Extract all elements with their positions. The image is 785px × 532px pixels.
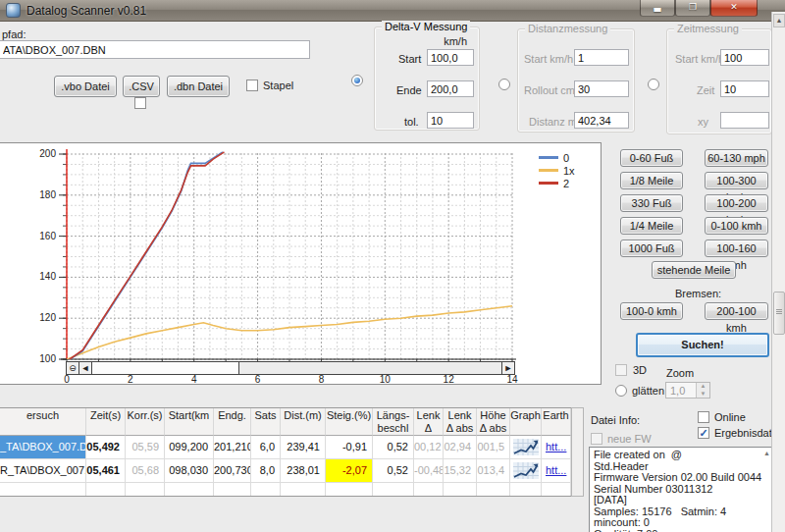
earth-link[interactable]: htt... <box>546 464 566 476</box>
table-row[interactable]: _TA\DBOX_007.DBN05,49205,59099,200201,21… <box>0 436 583 459</box>
btn-stehende-meile[interactable]: stehende Meile <box>652 261 736 279</box>
earth-link[interactable]: htt... <box>546 441 566 452</box>
legend-swatch <box>539 182 558 185</box>
scroll-up-icon[interactable]: ▲ <box>773 14 785 27</box>
distanz-distanz-input[interactable] <box>574 112 629 129</box>
column-header[interactable]: ersuch <box>0 408 86 436</box>
table-cell: htt... <box>542 459 571 483</box>
neue-fw-checkbox[interactable] <box>591 433 602 445</box>
distanz-start-input[interactable] <box>574 49 629 66</box>
deltav-start-input[interactable] <box>427 49 474 66</box>
window-title: Datalog Scanner v0.81 <box>26 4 146 18</box>
chart-scroll-left-icon[interactable]: ◄ <box>79 362 92 374</box>
chart-zoom-out-icon[interactable]: ⊖ <box>67 362 79 374</box>
distanz-groupbox: Distanzmessung Start km/h Rollout cm Dis… <box>517 28 635 133</box>
table-cell: _TA\DBOX_007.DBN <box>0 436 86 459</box>
window-scrollbar[interactable]: ▲ <box>771 12 785 532</box>
deltav-mode-radio[interactable] <box>351 75 363 86</box>
distanz-rollout-input[interactable] <box>574 80 629 97</box>
chart-scrollbar[interactable]: ⊖ ◄ ► <box>66 361 515 375</box>
btn-330-fuss[interactable]: 330 Fuß <box>620 194 683 212</box>
legend-swatch <box>539 156 558 159</box>
btn-1-8-meile[interactable]: 1/8 Meile <box>620 172 683 189</box>
column-header[interactable]: Lenk Δ <box>414 408 444 436</box>
distanz-mode-radio[interactable] <box>498 79 510 90</box>
chart-scroll-right-icon[interactable]: ► <box>501 362 514 374</box>
window-scrollbar-thumb[interactable] <box>773 292 785 335</box>
column-header[interactable]: Steig.(%) <box>326 408 373 436</box>
svg-text:4: 4 <box>191 374 197 384</box>
extra-checkbox[interactable] <box>134 97 146 109</box>
glaetten-radio[interactable] <box>615 385 627 397</box>
table-scrollbar[interactable] <box>571 407 584 497</box>
table-row[interactable]: R_TA\DBOX_007.DBN05,46105,68098,030200,7… <box>0 459 583 483</box>
chart-scrollbar-track[interactable] <box>239 362 501 374</box>
column-header[interactable]: Zeit(s) <box>86 408 126 436</box>
zeit-zeit-input[interactable] <box>720 80 769 97</box>
online-checkbox[interactable] <box>698 411 709 423</box>
btn-100-200-kmh[interactable]: 100-200 kmh <box>705 194 768 212</box>
close-button[interactable]: ✕ <box>710 0 758 17</box>
column-header[interactable]: Höhe Δ abs <box>477 408 510 436</box>
zeit-start-input[interactable] <box>720 49 769 66</box>
svg-text:12: 12 <box>444 374 455 384</box>
legend-item: 0 <box>539 151 575 164</box>
zoom-spin-down-icon[interactable]: ▼ <box>697 391 709 399</box>
titlebar: Datalog Scanner v0.81 ▃ ❐ ✕ <box>0 0 785 22</box>
vbo-datei-button[interactable]: .vbo Datei <box>54 76 117 97</box>
zeit-group-title: Zeitmessung <box>674 23 742 34</box>
table-cell: 15,32 <box>444 459 477 483</box>
zeit-groupbox: Zeitmessung Start km/h Zeit xy <box>666 28 772 134</box>
path-input[interactable] <box>0 40 310 59</box>
chart-scrollbar-thumb[interactable] <box>92 362 239 374</box>
ergebnisdatei-checkbox[interactable] <box>698 427 709 439</box>
btn-1-4-meile[interactable]: 1/4 Meile <box>620 217 683 235</box>
zoom-spinner[interactable]: 1,0 ▲ ▼ <box>665 382 710 399</box>
table-cell <box>126 483 165 497</box>
svg-text:10: 10 <box>380 374 392 384</box>
table-cell: 201,210 <box>214 436 251 459</box>
column-header[interactable]: Graph <box>510 408 542 436</box>
svg-text:160: 160 <box>39 231 56 241</box>
dbn-datei-button[interactable]: .dbn Datei <box>167 76 230 97</box>
graph-icon[interactable] <box>513 462 539 479</box>
maximize-button[interactable]: ❐ <box>675 0 710 17</box>
column-header[interactable]: Längs- beschl <box>373 408 414 436</box>
btn-60-130-mph[interactable]: 60-130 mph <box>705 149 768 167</box>
graph-icon[interactable] <box>513 439 539 455</box>
zeit-mode-radio[interactable] <box>648 79 659 90</box>
3d-checkbox[interactable] <box>615 364 627 376</box>
stapel-checkbox[interactable] <box>246 80 258 91</box>
btn-100-160-kmh[interactable]: 100-160 kmh <box>705 239 768 257</box>
column-header[interactable]: Korr.(s) <box>126 408 165 436</box>
suchen-button[interactable]: Suchen! <box>636 333 769 357</box>
deltav-unit-label: km/h <box>444 35 467 47</box>
file-info-textbox[interactable]: ▲ File created on @Std.HeaderFirmware Ve… <box>589 447 772 532</box>
csv-button[interactable]: .CSV <box>123 76 160 97</box>
online-label: Online <box>714 411 746 423</box>
zoom-spin-up-icon[interactable]: ▲ <box>697 383 709 391</box>
minimize-button[interactable]: ▃ <box>640 0 675 17</box>
table-cell: -00,48 <box>414 459 444 483</box>
btn-200-100-kmh[interactable]: 200-100 kmh <box>705 302 768 320</box>
column-header[interactable]: Dist.(m) <box>281 408 326 436</box>
column-header[interactable]: Earth <box>542 408 571 436</box>
file-info-scroll-icon[interactable]: ▲ <box>763 450 770 456</box>
deltav-ende-input[interactable] <box>427 80 474 97</box>
column-header[interactable]: Start(km <box>165 408 214 436</box>
table-cell: 6,0 <box>251 436 281 459</box>
btn-0-60-fuss[interactable]: 0-60 Fuß <box>620 149 683 167</box>
column-header[interactable]: Lenk Δ abs <box>444 408 477 436</box>
btn-0-100-kmh[interactable]: 0-100 kmh <box>705 217 768 235</box>
svg-text:180: 180 <box>39 189 56 200</box>
svg-text:100: 100 <box>39 353 56 364</box>
legend-swatch <box>539 169 558 172</box>
table-cell: 05,59 <box>126 436 165 459</box>
column-header[interactable]: Sats <box>251 408 281 436</box>
zeit-xy-input[interactable] <box>720 112 769 129</box>
btn-100-300-kmh[interactable]: 100-300 kmh <box>705 172 768 189</box>
btn-100-0-kmh[interactable]: 100-0 kmh <box>620 302 683 320</box>
deltav-tol-input[interactable] <box>427 112 474 129</box>
btn-1000-fuss[interactable]: 1000 Fuß <box>620 239 683 257</box>
column-header[interactable]: Endg. <box>214 408 251 436</box>
